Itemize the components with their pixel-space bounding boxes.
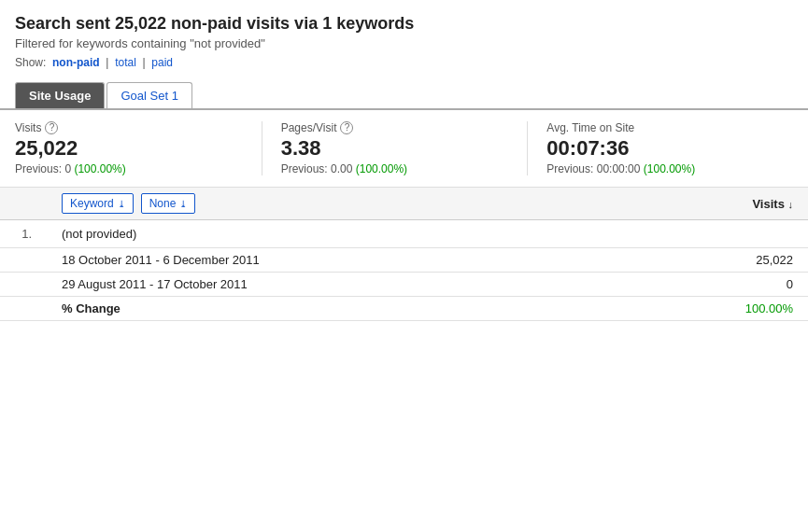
sub-pct-change-value: 100.00% bbox=[687, 297, 808, 321]
row-visits bbox=[687, 220, 808, 248]
pages-visit-help-icon[interactable]: ? bbox=[340, 121, 353, 134]
visits-change: (100.00%) bbox=[74, 162, 125, 175]
tab-site-usage[interactable]: Site Usage bbox=[15, 82, 105, 108]
pages-visit-value: 3.38 bbox=[281, 136, 509, 161]
pages-visit-change: (100.00%) bbox=[356, 162, 407, 175]
filter-total[interactable]: total bbox=[115, 56, 136, 69]
dropdown-area: Keyword ⤓ None ⤓ bbox=[62, 193, 672, 214]
keyword-dropdown-label: Keyword bbox=[70, 197, 114, 210]
row-number: 1. bbox=[0, 220, 47, 248]
data-table: 1. (not provided) 18 October 2011 - 6 De… bbox=[0, 220, 808, 321]
header-section: Search sent 25,022 non-paid visits via 1… bbox=[0, 0, 808, 73]
list-item: 18 October 2011 - 6 December 2011 25,022 bbox=[0, 248, 808, 273]
page-title: Search sent 25,022 non-paid visits via 1… bbox=[15, 13, 793, 35]
table-controls-row: Keyword ⤓ None ⤓ Visits ↓ bbox=[0, 188, 808, 220]
pages-visit-previous: Previous: 0.00 (100.00%) bbox=[281, 162, 509, 175]
pages-visit-label: Pages/Visit bbox=[281, 121, 337, 134]
list-item: 29 August 2011 - 17 October 2011 0 bbox=[0, 273, 808, 297]
filter-nonpaid[interactable]: non-paid bbox=[52, 56, 100, 69]
metrics-row: Visits ? 25,022 Previous: 0 (100.00%) Pa… bbox=[0, 110, 808, 188]
sub-value-2: 0 bbox=[687, 273, 808, 297]
tabs-container: Site Usage Goal Set 1 bbox=[0, 73, 808, 110]
visits-label: Visits bbox=[15, 121, 41, 134]
metric-visits: Visits ? 25,022 Previous: 0 (100.00%) bbox=[15, 121, 262, 175]
row-keyword: (not provided) bbox=[47, 220, 687, 248]
sub-spacer bbox=[0, 273, 47, 297]
table-row: 1. (not provided) bbox=[0, 220, 808, 248]
sort-arrow-icon: ↓ bbox=[788, 199, 794, 210]
subtitle: Filtered for keywords containing "not pr… bbox=[15, 36, 793, 50]
avg-time-change: (100.00%) bbox=[644, 162, 695, 175]
sub-spacer bbox=[0, 297, 47, 321]
visits-help-icon[interactable]: ? bbox=[45, 121, 58, 134]
visits-previous: Previous: 0 (100.00%) bbox=[15, 162, 243, 175]
metric-pages-visit: Pages/Visit ? 3.38 Previous: 0.00 (100.0… bbox=[281, 121, 529, 175]
visits-value: 25,022 bbox=[15, 136, 243, 161]
visits-col-header[interactable]: Visits ↓ bbox=[672, 197, 793, 211]
tab-goal-set-1[interactable]: Goal Set 1 bbox=[106, 82, 191, 108]
table-area: Keyword ⤓ None ⤓ Visits ↓ 1. (not provid… bbox=[0, 188, 808, 321]
list-item: % Change 100.00% bbox=[0, 297, 808, 321]
sub-date-range-1: 18 October 2011 - 6 December 2011 bbox=[47, 248, 687, 273]
none-dropdown-label: None bbox=[149, 197, 177, 210]
show-label: Show: bbox=[15, 56, 46, 69]
avg-time-previous: Previous: 00:00:00 (100.00%) bbox=[546, 162, 774, 175]
avg-time-value: 00:07:36 bbox=[546, 136, 774, 161]
keyword-chevron-icon: ⤓ bbox=[118, 199, 125, 209]
filter-paid[interactable]: paid bbox=[151, 56, 173, 69]
sub-spacer bbox=[0, 248, 47, 273]
sub-value-1: 25,022 bbox=[687, 248, 808, 273]
none-chevron-icon: ⤓ bbox=[179, 199, 187, 209]
sub-pct-change-label: % Change bbox=[47, 297, 687, 321]
avg-time-label: Avg. Time on Site bbox=[546, 121, 634, 134]
sub-date-range-2: 29 August 2011 - 17 October 2011 bbox=[47, 273, 687, 297]
keyword-dropdown[interactable]: Keyword ⤓ bbox=[62, 193, 134, 214]
none-dropdown[interactable]: None ⤓ bbox=[141, 193, 196, 214]
metric-avg-time: Avg. Time on Site 00:07:36 Previous: 00:… bbox=[546, 121, 793, 175]
